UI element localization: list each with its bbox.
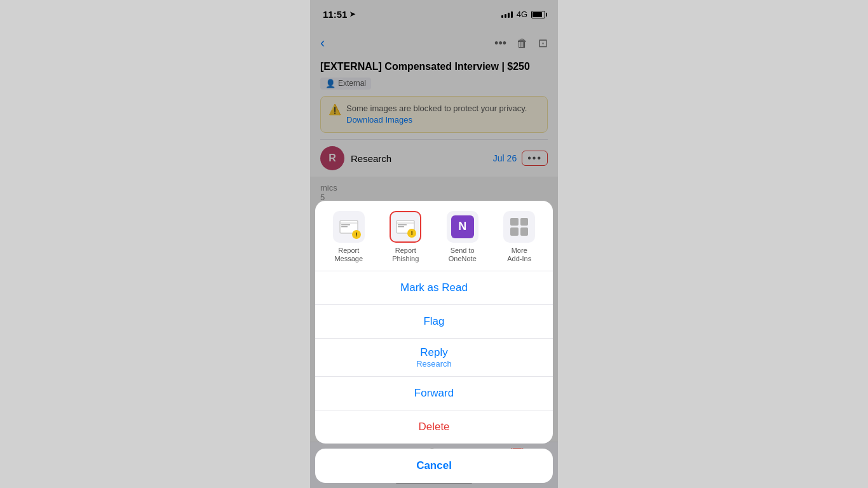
addin-more[interactable]: MoreAdd-Ins <box>491 211 548 263</box>
forward-label: Forward <box>414 387 454 399</box>
reply-button[interactable]: Reply Research <box>315 339 553 377</box>
warning-badge: ! <box>352 230 361 239</box>
cancel-sheet: Cancel <box>315 449 553 483</box>
addins-row: ! ReportMessage ! Rep <box>315 201 553 271</box>
onenote-icon: N <box>451 215 474 238</box>
warning-badge-phishing: ! <box>407 229 416 238</box>
onenote-label: Send toOneNote <box>449 247 477 263</box>
onenote-icon-wrap: N <box>447 211 478 243</box>
delete-label: Delete <box>418 421 449 433</box>
cancel-label: Cancel <box>416 459 452 471</box>
forward-button[interactable]: Forward <box>315 377 553 410</box>
reply-sublabel: Research <box>325 359 543 369</box>
report-message-icon-wrap: ! <box>333 211 365 243</box>
more-addins-icon-wrap <box>503 211 535 243</box>
mark-as-read-button[interactable]: Mark as Read <box>315 271 553 305</box>
action-sheet: ! ReportMessage ! Rep <box>310 196 558 488</box>
svg-rect-2 <box>341 224 350 226</box>
delete-button[interactable]: Delete <box>315 410 553 444</box>
flag-label: Flag <box>423 315 444 327</box>
report-phishing-label: ReportPhishing <box>392 247 419 263</box>
flag-button[interactable]: Flag <box>315 305 553 339</box>
cancel-button[interactable]: Cancel <box>315 449 553 483</box>
svg-rect-3 <box>341 226 348 227</box>
more-addins-icon <box>508 215 531 238</box>
reply-label: Reply <box>325 346 543 359</box>
addin-report-message[interactable]: ! ReportMessage <box>320 211 377 263</box>
addin-report-phishing[interactable]: ! ReportPhishing <box>377 211 435 263</box>
addin-send-to-onenote[interactable]: N Send toOneNote <box>434 211 491 263</box>
mark-as-read-label: Mark as Read <box>400 281 468 294</box>
more-addins-label: MoreAdd-Ins <box>507 247 531 263</box>
report-message-label: ReportMessage <box>334 247 363 263</box>
action-main-panel: ! ReportMessage ! Rep <box>315 201 553 444</box>
svg-rect-7 <box>398 226 404 227</box>
svg-rect-6 <box>398 224 407 226</box>
report-phishing-icon-wrap: ! <box>390 211 421 243</box>
